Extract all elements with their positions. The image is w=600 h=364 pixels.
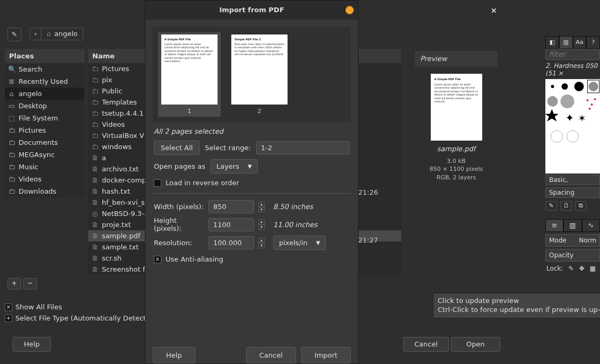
place-megasync[interactable]: 🗀MEGAsync (5, 149, 84, 161)
import-pdf-dialog: Import from PDF A Simple PDF FileLorem i… (145, 0, 359, 364)
disk-icon: ◎ (91, 210, 99, 218)
antialias-checkbox[interactable]: Use Anti-aliasing (154, 255, 350, 263)
dialog-titlebar[interactable]: Import from PDF (145, 1, 358, 20)
brush-new-icon[interactable]: 🗋 (560, 201, 572, 211)
location-back-button[interactable]: ‹ (30, 28, 41, 40)
file-icon: 🗎 (91, 187, 99, 195)
remove-bookmark-button[interactable]: − (23, 278, 37, 290)
location-label: angelo (54, 30, 77, 38)
checkbox-checked-icon (5, 304, 12, 311)
folder-icon: 🗀 (8, 187, 15, 195)
brush-dup-icon[interactable]: ⧉ (575, 201, 587, 211)
open-pages-as-dropdown[interactable]: Layers ▼ (211, 159, 258, 174)
expand-icon (5, 315, 12, 322)
place-pictures[interactable]: 🗀Pictures (5, 124, 84, 136)
checkbox-unchecked-icon (154, 179, 161, 187)
preview-thumbnail[interactable]: A Simple PDF File Lorem ipsum dolor sit … (431, 74, 482, 141)
svg-point-6 (561, 94, 575, 108)
lock-move-icon[interactable]: ✥ (579, 265, 584, 272)
preview-filename: sample.pdf (415, 145, 498, 153)
lock-paint-icon[interactable]: ✎ (568, 265, 573, 272)
location-current[interactable]: ⌂angelo (41, 28, 83, 40)
height-hint: 11.00 inches (273, 221, 317, 229)
file-icon: 🗎 (91, 254, 99, 262)
brush-edit-icon[interactable]: ✎ (545, 201, 557, 211)
chevron-down-icon: ▼ (248, 163, 252, 169)
width-input[interactable]: 850 (208, 200, 254, 213)
place-recent[interactable]: ≣Recently Used (5, 75, 84, 88)
preview-meta: 3.0 kB 850 × 1100 pixels RGB, 2 layers (415, 157, 498, 181)
layer-mode[interactable]: ModeNorm (545, 234, 600, 247)
pdf-page-2[interactable]: Simple PDF File 2Duis aute irure dolor i… (228, 32, 291, 117)
open-button[interactable]: Open (451, 337, 500, 352)
preview-header: Preview (415, 51, 498, 66)
svg-marker-7 (545, 109, 559, 121)
desktop-icon: ▭ (8, 102, 15, 110)
height-input[interactable]: 1100 (208, 218, 254, 231)
folder-icon: 🗀 (8, 138, 15, 146)
right-dock: ◧ ▥ Aa ? 2. Hardness 050 (51 × ✦ ✶ Basic… (545, 36, 600, 275)
dialog-close-button[interactable] (345, 6, 354, 14)
home-icon: ⌂ (47, 28, 51, 40)
files-name-header[interactable]: Name (92, 52, 115, 60)
place-downloads[interactable]: 🗀Downloads (5, 185, 84, 197)
brush-name-label: 2. Hardness 050 (51 × (545, 60, 600, 79)
width-hint: 8.50 inches (273, 203, 313, 211)
place-music[interactable]: 🗀Music (5, 161, 84, 173)
height-spinner[interactable]: ▴▾ (258, 219, 265, 230)
resolution-input[interactable]: 100.000 (208, 236, 254, 249)
lock-alpha-icon[interactable]: ▦ (590, 265, 596, 272)
load-reverse-checkbox[interactable]: Load in reverse order (154, 179, 350, 187)
tab-paths[interactable]: ∿ (582, 219, 600, 232)
places-pane: Places 🔍Search ≣Recently Used ⌂angelo ▭D… (5, 49, 84, 197)
tab-help[interactable]: ? (586, 36, 600, 49)
place-filesystem[interactable]: ⬚File System (5, 112, 84, 124)
file-icon: 🗎 (91, 265, 99, 273)
tab-channels[interactable]: ▥ (563, 219, 581, 232)
resolution-spinner[interactable]: ▴▾ (258, 238, 265, 248)
svg-point-2 (575, 82, 584, 91)
folder-icon: 🗀 (8, 126, 15, 134)
select-all-button[interactable]: Select All (154, 141, 199, 155)
folder-icon: 🗀 (91, 143, 99, 151)
filechooser-close-icon[interactable]: ✕ (491, 6, 497, 15)
brush-spacing[interactable]: Spacing (545, 187, 600, 198)
dlg-cancel-button[interactable]: Cancel (246, 347, 296, 363)
svg-point-10 (551, 131, 563, 142)
show-all-files-toggle[interactable]: Show All Files (5, 301, 158, 313)
open-pages-as-label: Open pages as (154, 162, 205, 170)
place-documents[interactable]: 🗀Documents (5, 136, 84, 149)
brush-grid[interactable]: ✦ ✶ (545, 79, 600, 174)
layer-opacity[interactable]: Opacity (545, 249, 600, 262)
help-button[interactable]: Help (13, 337, 51, 352)
toolbox-icon[interactable]: ✎ (7, 28, 21, 41)
pages-selected-label: All 2 pages selected (154, 127, 350, 135)
place-search[interactable]: 🔍Search (5, 63, 84, 75)
dlg-import-button[interactable]: Import (301, 347, 351, 363)
svg-point-1 (562, 83, 568, 90)
brush-filter-input[interactable] (545, 49, 600, 60)
place-desktop[interactable]: ▭Desktop (5, 100, 84, 112)
resolution-unit-dropdown[interactable]: pixels/in ▼ (273, 236, 326, 250)
tab-layers[interactable]: ≡ (545, 219, 563, 232)
tab-gradients[interactable]: ◧ (545, 36, 559, 49)
search-icon: 🔍 (8, 65, 15, 73)
pdf-page-thumbs: A Simple PDF FileLorem ipsum dolor sit a… (153, 27, 351, 122)
dlg-help-button[interactable]: Help (153, 347, 195, 363)
file-icon: 🗎 (91, 243, 99, 251)
tab-brushes[interactable]: ▥ (559, 36, 573, 49)
cancel-button[interactable]: Cancel (403, 337, 449, 352)
select-file-type-expander[interactable]: Select File Type (Automatically Detected… (5, 313, 158, 324)
folder-icon: 🗀 (91, 132, 99, 140)
select-range-input[interactable]: 1-2 (256, 141, 350, 154)
add-bookmark-button[interactable]: + (7, 278, 21, 290)
preview-tooltip: Click to update preview Ctrl-Click to fo… (433, 293, 600, 318)
svg-text:✶: ✶ (578, 112, 586, 124)
place-home[interactable]: ⌂angelo (5, 88, 84, 100)
place-videos[interactable]: 🗀Videos (5, 173, 84, 185)
tab-fonts[interactable]: Aa (573, 36, 587, 49)
pdf-page-1[interactable]: A Simple PDF FileLorem ipsum dolor sit a… (158, 32, 221, 117)
width-spinner[interactable]: ▴▾ (258, 202, 265, 212)
svg-point-13 (591, 103, 593, 106)
width-label: Width (pixels): (154, 203, 204, 211)
